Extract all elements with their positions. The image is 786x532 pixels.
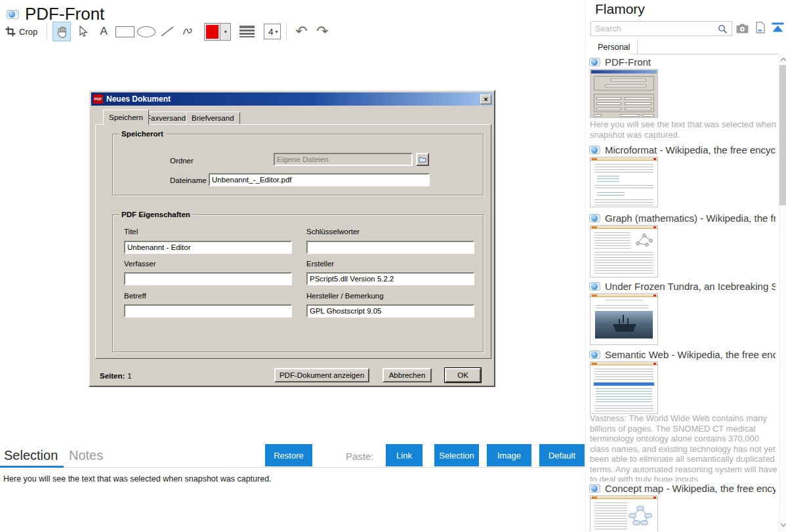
speicherort-group: Speicherort Ordner Eigene Dateien Datein… — [112, 134, 484, 195]
tab-speichern[interactable]: Speichern — [103, 110, 149, 125]
pdf-eigenschaften-legend: PDF Eigenschaften — [119, 211, 193, 218]
item-title[interactable]: Semantic Web - Wikipedia, the free encyc… — [605, 349, 776, 360]
tab-briefversand[interactable]: Briefversand — [186, 112, 240, 125]
folder-icon — [419, 156, 426, 163]
item-title[interactable]: Microformat - Wikipedia, the free encycl… — [605, 144, 776, 155]
redo-button[interactable]: ↷ — [313, 22, 331, 41]
snapshot-icon — [589, 484, 600, 493]
scroll-down-icon[interactable] — [780, 523, 786, 527]
item-title[interactable]: Under Frozen Tundra, an Icebreaking Ship… — [605, 281, 776, 292]
item-thumbnail-graph[interactable] — [590, 225, 658, 277]
item-title[interactable]: Concept map - Wikipedia, the free encycl… — [605, 483, 776, 494]
toolbar-separator — [47, 22, 47, 41]
thumbnail-dialog-titlebar — [591, 70, 657, 73]
history-item-icebreaking-ship[interactable]: Under Frozen Tundra, an Icebreaking Ship… — [589, 281, 776, 292]
paste-image-button[interactable]: Image — [487, 444, 531, 466]
item-thumbnail-semantic-web[interactable] — [590, 361, 658, 414]
redo-icon: ↷ — [316, 24, 328, 39]
app-window-icon — [7, 10, 19, 19]
history-item-semantic-web[interactable]: Semantic Web - Wikipedia, the free encyc… — [589, 349, 776, 360]
thumbnail-concept-map-doodle — [627, 505, 654, 527]
snapshot-icon — [589, 282, 600, 291]
verfasser-field[interactable] — [124, 272, 292, 285]
sidebar-scrollbar[interactable] — [779, 55, 786, 532]
item-thumbnail-ship-article[interactable] — [590, 293, 658, 345]
scrollbar-thumb[interactable] — [779, 65, 786, 205]
main-panel: PDF-Front Crop A — [0, 0, 585, 532]
dialog-titlebar[interactable]: PDF Neues Dokument × — [91, 92, 493, 106]
line-width-dropdown[interactable]: 4 ▾ — [264, 24, 281, 39]
close-button[interactable]: × — [480, 94, 491, 104]
flamory-logo-icon[interactable] — [771, 22, 785, 33]
restore-button[interactable]: Restore — [265, 444, 312, 466]
tab-personal[interactable]: Personal — [590, 39, 638, 54]
paste-label: Paste: — [346, 451, 374, 462]
history-item-pdf-front[interactable]: PDF-Front — [589, 56, 776, 68]
betreff-field[interactable] — [124, 304, 292, 317]
hand-icon — [56, 26, 68, 38]
item-thumbnail-pdf-front-dialog[interactable] — [590, 69, 658, 118]
thumbnail-browser-chrome — [590, 496, 657, 499]
paste-selection-button[interactable]: Selection — [434, 444, 479, 466]
toolbar-separator — [286, 22, 287, 41]
search-icon[interactable] — [718, 24, 728, 34]
ordner-field: Eigene Dateien — [274, 153, 413, 166]
cursor-icon — [77, 26, 88, 37]
thumbnail-browser-chrome — [590, 294, 657, 297]
page-count: Seiten:1 — [100, 372, 132, 380]
abbrechen-button[interactable]: Abbrechen — [383, 368, 432, 382]
snapshot-icon — [589, 214, 600, 222]
color-dropdown-arrow[interactable]: ▾ — [220, 24, 230, 40]
tab-notes[interactable]: Notes — [69, 448, 103, 463]
hand-tool-button[interactable] — [52, 22, 71, 41]
search-input[interactable] — [590, 21, 732, 36]
line-tool-button[interactable] — [158, 22, 176, 41]
line-width-value: 4 — [268, 27, 273, 37]
item-title[interactable]: Graph (mathematics) - Wikipedia, the fre… — [605, 213, 776, 224]
item-snippet: Here you will see the text that was sele… — [590, 119, 779, 141]
item-title[interactable]: PDF-Front — [605, 56, 776, 68]
item-thumbnail-concept-map[interactable] — [590, 495, 658, 531]
document-icon[interactable] — [756, 22, 765, 33]
hersteller-label: Hersteller / Bemerkung — [306, 292, 384, 300]
flamory-sidebar: Flamory Personal PDF-Front Here you will… — [585, 0, 786, 532]
dateiname-label: Dateiname — [170, 176, 207, 184]
camera-icon[interactable] — [736, 24, 749, 33]
paste-link-button[interactable]: Link — [386, 444, 423, 466]
select-tool-button[interactable] — [73, 22, 92, 41]
hersteller-field[interactable]: GPL Ghostscript 9.05 — [306, 304, 474, 317]
browse-folder-button[interactable] — [416, 153, 429, 166]
toolbar: Crop A — [5, 20, 334, 43]
titel-field[interactable]: Unbenannt - Editor — [124, 241, 292, 254]
history-item-graph-mathematics[interactable]: Graph (mathematics) - Wikipedia, the fre… — [589, 213, 776, 224]
line-icon — [159, 25, 175, 38]
ersteller-field[interactable]: PScript5.dll Version 5.2.2 — [306, 272, 474, 285]
item-snippet: Vastness: The World Wide Web contains ma… — [590, 413, 779, 481]
active-tab-underline — [0, 466, 64, 468]
schluesselworter-label: Schlüsselworter — [306, 228, 360, 235]
ellipse-tool-button[interactable] — [137, 22, 155, 41]
history-item-concept-map[interactable]: Concept map - Wikipedia, the free encycl… — [589, 483, 776, 494]
history-item-microformat[interactable]: Microformat - Wikipedia, the free encycl… — [589, 144, 776, 155]
ellipse-icon — [137, 26, 155, 37]
close-icon: × — [484, 95, 487, 103]
dateiname-input[interactable] — [209, 173, 430, 186]
item-thumbnail-microformat[interactable] — [590, 157, 658, 207]
ok-button[interactable]: OK — [445, 368, 481, 382]
thumbnail-browser-chrome — [590, 157, 657, 161]
scroll-up-icon[interactable] — [780, 57, 786, 62]
pdf-anzeigen-button[interactable]: PDF-Dokument anzeigen — [274, 368, 369, 382]
tab-selection[interactable]: Selection — [4, 448, 58, 463]
text-tool-button[interactable]: A — [94, 22, 113, 41]
undo-button[interactable]: ↶ — [292, 22, 310, 41]
snapshot-icon — [589, 58, 600, 66]
rectangle-tool-button[interactable] — [115, 22, 134, 41]
color-picker[interactable]: ▾ — [204, 23, 231, 41]
paste-default-button[interactable]: Default — [539, 444, 585, 466]
crop-button[interactable]: Crop — [5, 26, 37, 37]
freehand-tool-button[interactable] — [179, 22, 197, 41]
thumbnail-highlighted-text — [594, 382, 654, 386]
pdf-front-dialog-icon: PDF — [93, 94, 103, 104]
schluesselworter-field[interactable] — [306, 241, 474, 254]
line-width-icon — [238, 22, 256, 41]
